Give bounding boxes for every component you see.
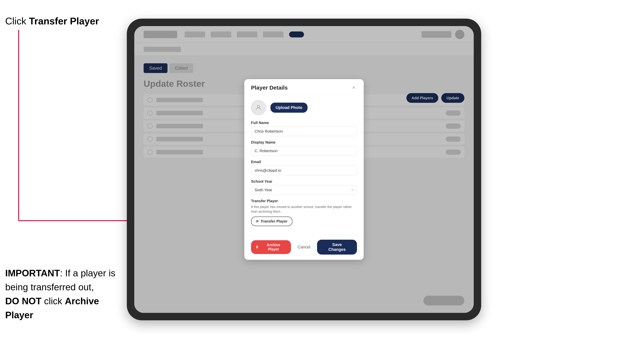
tablet-device: Saved Edited Update Roster (127, 19, 481, 320)
email-label: Email (251, 160, 357, 164)
transfer-btn-label: Transfer Player (260, 219, 288, 223)
transfer-player-label: Transfer Player (251, 199, 357, 203)
email-input[interactable] (251, 166, 357, 175)
instruction-top-normal: Click (5, 16, 29, 26)
instruction-bottom: IMPORTANT: If a player is being transfer… (5, 266, 124, 322)
instruction-top-bold: Transfer Player (29, 16, 99, 26)
instruction-do-not: DO NOT (5, 296, 42, 306)
full-name-group: Full Name (251, 121, 357, 136)
modal-title: Player Details (251, 85, 288, 91)
transfer-player-section: Transfer Player If this player has moved… (251, 199, 357, 226)
full-name-input[interactable] (251, 127, 357, 136)
email-group: Email (251, 160, 357, 175)
instruction-part2: click (42, 296, 65, 306)
modal-footer: ⬇ Archive Player Cancel Save Changes (244, 236, 364, 260)
display-name-label: Display Name (251, 140, 357, 145)
user-icon (255, 104, 262, 111)
svg-point-3 (257, 105, 260, 107)
transfer-player-button[interactable]: ⟳ Transfer Player (251, 217, 292, 226)
cancel-button[interactable]: Cancel (294, 242, 314, 252)
school-year-label: School Year (251, 179, 357, 184)
archive-player-button[interactable]: ⬇ Archive Player (251, 240, 291, 254)
display-name-input[interactable] (251, 146, 357, 156)
player-photo-placeholder (251, 100, 266, 115)
archive-btn-label: Archive Player (260, 243, 286, 251)
transfer-player-description: If this player has moved to another scho… (251, 205, 357, 214)
instruction-top: Click Transfer Player (5, 15, 99, 27)
instruction-important: IMPORTANT (5, 268, 60, 278)
full-name-label: Full Name (251, 121, 357, 125)
modal-body: Upload Photo Full Name Display Name (244, 95, 364, 236)
transfer-icon: ⟳ (256, 219, 259, 223)
upload-photo-button[interactable]: Upload Photo (270, 103, 308, 113)
modal-close-button[interactable]: × (350, 84, 357, 91)
display-name-group: Display Name (251, 140, 357, 156)
modal-overlay: Player Details × Upload Photo (134, 26, 474, 313)
save-changes-button[interactable]: Save Changes (317, 240, 357, 255)
modal-header: Player Details × (244, 79, 364, 95)
tablet-screen: Saved Edited Update Roster (134, 26, 474, 313)
archive-icon: ⬇ (256, 245, 259, 249)
player-details-modal: Player Details × Upload Photo (244, 79, 364, 260)
school-year-group: School Year First Year Second Year Third… (251, 179, 357, 195)
school-year-select[interactable]: First Year Second Year Third Year Fourth… (251, 185, 357, 195)
photo-upload-row: Upload Photo (251, 100, 357, 115)
